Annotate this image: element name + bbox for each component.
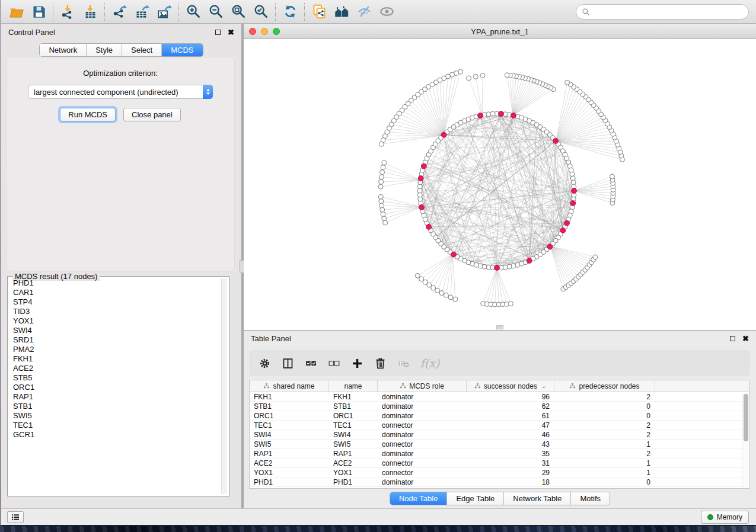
- cell[interactable]: 47: [467, 421, 554, 430]
- cell[interactable]: connector: [378, 459, 467, 467]
- tab-network[interactable]: Network: [40, 44, 87, 56]
- tab-motifs[interactable]: Motifs: [571, 492, 610, 505]
- network-node[interactable]: [453, 297, 458, 302]
- cell[interactable]: PHD1: [250, 477, 329, 486]
- network-node[interactable]: [381, 165, 385, 170]
- cell[interactable]: FKH1: [250, 392, 329, 401]
- save-session-icon[interactable]: [27, 2, 50, 21]
- mcds-node[interactable]: [547, 244, 553, 249]
- network-node[interactable]: [593, 255, 598, 259]
- cell[interactable]: 2: [554, 430, 655, 439]
- cell[interactable]: dominator: [378, 411, 467, 420]
- network-node[interactable]: [439, 291, 444, 296]
- network-node[interactable]: [467, 76, 471, 81]
- mcds-result-item[interactable]: RAP1: [9, 392, 221, 402]
- cell[interactable]: YOX1: [329, 468, 378, 477]
- cell[interactable]: RAP1: [329, 449, 378, 458]
- cell[interactable]: 29: [467, 468, 554, 477]
- network-node[interactable]: [379, 142, 384, 146]
- float-table-panel-icon[interactable]: [730, 336, 735, 341]
- column-header-predecessor-nodes[interactable]: predecessor nodes: [554, 380, 655, 392]
- cell[interactable]: connector: [378, 421, 467, 430]
- export-image-icon[interactable]: [153, 2, 176, 21]
- network-graph[interactable]: [244, 39, 756, 330]
- cell[interactable]: connector: [378, 440, 467, 448]
- cell[interactable]: 43: [467, 440, 554, 448]
- network-node[interactable]: [427, 283, 432, 287]
- network-node[interactable]: [379, 180, 384, 184]
- cell[interactable]: 1: [554, 459, 655, 467]
- delete-column-icon[interactable]: [371, 354, 389, 372]
- mcds-node[interactable]: [426, 225, 432, 230]
- search-input[interactable]: [594, 8, 743, 17]
- mcds-node[interactable]: [560, 228, 566, 233]
- mcds-node[interactable]: [451, 252, 457, 257]
- cell[interactable]: FKH1: [329, 392, 378, 401]
- column-header-name[interactable]: name: [329, 380, 378, 392]
- cell[interactable]: 1: [554, 440, 655, 448]
- network-canvas[interactable]: [244, 39, 756, 330]
- first-neighbors-icon[interactable]: [330, 2, 353, 21]
- close-panel-button[interactable]: Close panel: [123, 108, 181, 121]
- cell[interactable]: 46: [467, 430, 554, 439]
- network-node[interactable]: [379, 175, 384, 180]
- import-table-icon[interactable]: [79, 2, 101, 21]
- mcds-result-item[interactable]: ORC1: [9, 383, 221, 392]
- cell[interactable]: STB1: [329, 402, 378, 411]
- network-node[interactable]: [378, 194, 383, 199]
- mcds-node[interactable]: [511, 113, 516, 118]
- cell[interactable]: SWI4: [329, 430, 378, 439]
- network-snapshot-icon[interactable]: [308, 2, 330, 21]
- zoom-out-icon[interactable]: [205, 2, 227, 21]
- mcds-node[interactable]: [441, 132, 446, 137]
- table-scrollbar-thumb[interactable]: [744, 394, 748, 441]
- network-node[interactable]: [505, 73, 509, 78]
- cell[interactable]: ORC1: [250, 411, 329, 420]
- cell[interactable]: 31: [467, 459, 554, 467]
- network-node[interactable]: [473, 74, 478, 79]
- cell[interactable]: 18: [467, 477, 554, 486]
- select-all-icon[interactable]: [302, 354, 320, 372]
- deselect-all-icon[interactable]: [325, 354, 343, 372]
- network-node[interactable]: [383, 220, 388, 225]
- cell[interactable]: SWI5: [329, 440, 378, 448]
- cell[interactable]: dominator: [378, 449, 467, 458]
- column-header-shared-name[interactable]: shared name: [250, 380, 329, 392]
- cell[interactable]: 2: [554, 421, 655, 430]
- mcds-node[interactable]: [419, 205, 425, 210]
- cell[interactable]: 2: [554, 449, 655, 458]
- cell[interactable]: RAP1: [250, 449, 329, 458]
- network-node[interactable]: [508, 302, 513, 306]
- mcds-list-scrollbar[interactable]: [221, 278, 227, 494]
- tab-mcds[interactable]: MCDS: [162, 44, 202, 56]
- mcds-result-item[interactable]: PHD1: [9, 278, 221, 288]
- network-node[interactable]: [382, 161, 387, 165]
- zoom-selected-icon[interactable]: [250, 2, 272, 21]
- mcds-result-item[interactable]: YOX1: [9, 316, 221, 326]
- mcds-result-item[interactable]: TEC1: [9, 421, 221, 430]
- mcds-result-item[interactable]: SWI4: [9, 326, 221, 335]
- table-row[interactable]: SWI5SWI5connector431: [250, 440, 749, 449]
- network-node[interactable]: [379, 203, 384, 208]
- cell[interactable]: 62: [467, 402, 554, 411]
- zoom-fit-icon[interactable]: [227, 2, 250, 21]
- mcds-node[interactable]: [553, 138, 559, 143]
- mcds-node[interactable]: [564, 220, 570, 226]
- export-table-icon[interactable]: [130, 2, 153, 21]
- cell[interactable]: 96: [467, 392, 554, 401]
- mcds-node[interactable]: [527, 258, 532, 264]
- table-row[interactable]: RAP1RAP1dominator352: [250, 449, 749, 459]
- column-header-MCDS-role[interactable]: MCDS role: [378, 380, 467, 392]
- tab-style[interactable]: Style: [87, 44, 122, 56]
- mcds-node[interactable]: [478, 113, 483, 118]
- cell[interactable]: TEC1: [250, 421, 329, 430]
- cell[interactable]: 0: [554, 411, 655, 420]
- cell[interactable]: ACE2: [250, 459, 329, 467]
- task-history-button[interactable]: [7, 511, 24, 523]
- network-node[interactable]: [378, 184, 383, 189]
- cell[interactable]: 2: [554, 392, 655, 401]
- cell[interactable]: 35: [467, 449, 554, 458]
- mcds-result-item[interactable]: SWI5: [9, 411, 221, 421]
- show-columns-icon[interactable]: [279, 354, 296, 372]
- import-network-icon[interactable]: [56, 2, 79, 21]
